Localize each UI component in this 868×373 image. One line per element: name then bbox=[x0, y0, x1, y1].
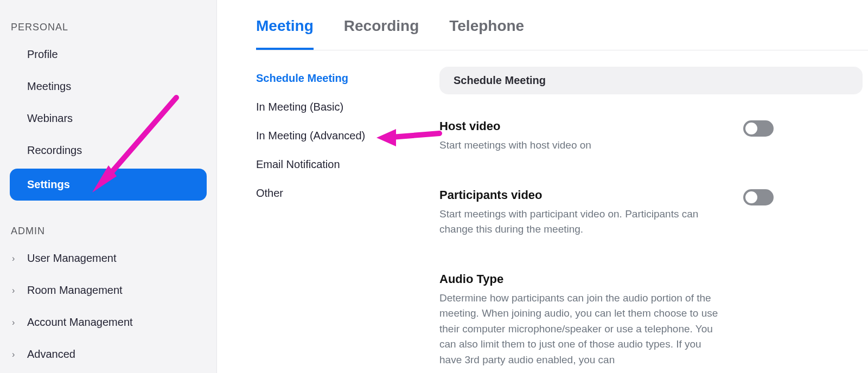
settings-subnav: Schedule Meeting In Meeting (Basic) In M… bbox=[256, 67, 413, 368]
tab-recording[interactable]: Recording bbox=[344, 8, 419, 50]
tab-label: Recording bbox=[344, 17, 419, 34]
sidebar-item-meetings[interactable]: Meetings bbox=[0, 70, 216, 102]
sidebar-item-label: User Management bbox=[27, 252, 117, 264]
sidebar-item-recordings[interactable]: Recordings bbox=[0, 134, 216, 166]
sidebar-item-user-management[interactable]: › User Management bbox=[0, 242, 216, 274]
sidebar-item-webinars[interactable]: Webinars bbox=[0, 102, 216, 134]
setting-desc: Start meetings with participant video on… bbox=[439, 207, 722, 237]
sidebar-section-personal-label: PERSONAL bbox=[0, 10, 216, 38]
chevron-right-icon: › bbox=[12, 254, 15, 263]
tab-telephone[interactable]: Telephone bbox=[449, 8, 524, 50]
sidebar-item-settings[interactable]: Settings bbox=[10, 169, 207, 201]
subnav-email-notification[interactable]: Email Notification bbox=[256, 158, 413, 171]
settings-panel: Schedule Meeting Host video Start meetin… bbox=[439, 67, 868, 368]
sidebar-item-advanced[interactable]: › Advanced bbox=[0, 338, 216, 370]
setting-title: Host video bbox=[439, 119, 722, 133]
toggle-host-video[interactable] bbox=[743, 120, 774, 137]
subnav-in-meeting-advanced[interactable]: In Meeting (Advanced) bbox=[256, 130, 413, 142]
setting-host-video: Host video Start meetings with host vide… bbox=[439, 119, 863, 153]
setting-participants-video: Participants video Start meetings with p… bbox=[439, 188, 863, 237]
sidebar-item-label: Settings bbox=[27, 178, 70, 190]
main-content: Meeting Recording Telephone Schedule Mee… bbox=[217, 0, 868, 373]
settings-section-header: Schedule Meeting bbox=[439, 67, 863, 94]
sidebar: PERSONAL Profile Meetings Webinars Recor… bbox=[0, 0, 217, 373]
sidebar-item-profile[interactable]: Profile bbox=[0, 38, 216, 70]
setting-title: Participants video bbox=[439, 188, 722, 202]
setting-title: Audio Type bbox=[439, 272, 722, 286]
chevron-right-icon: › bbox=[12, 286, 15, 295]
sidebar-item-room-management[interactable]: › Room Management bbox=[0, 274, 216, 306]
subnav-other[interactable]: Other bbox=[256, 187, 413, 200]
sidebar-section-admin-label: ADMIN bbox=[0, 203, 216, 242]
sidebar-item-label: Webinars bbox=[27, 112, 73, 124]
tab-label: Meeting bbox=[256, 17, 314, 34]
setting-audio-type: Audio Type Determine how participants ca… bbox=[439, 272, 863, 368]
tab-label: Telephone bbox=[449, 17, 524, 34]
chevron-right-icon: › bbox=[12, 318, 15, 327]
subnav-in-meeting-basic[interactable]: In Meeting (Basic) bbox=[256, 101, 413, 113]
subnav-schedule-meeting[interactable]: Schedule Meeting bbox=[256, 72, 413, 85]
setting-desc: Determine how participants can join the … bbox=[439, 291, 722, 368]
setting-desc: Start meetings with host video on bbox=[439, 138, 722, 153]
sidebar-item-label: Profile bbox=[27, 48, 58, 60]
toggle-participants-video[interactable] bbox=[743, 189, 774, 205]
chevron-right-icon: › bbox=[12, 350, 15, 359]
sidebar-item-label: Meetings bbox=[27, 80, 71, 92]
tab-meeting[interactable]: Meeting bbox=[256, 8, 314, 50]
sidebar-item-account-management[interactable]: › Account Management bbox=[0, 306, 216, 338]
sidebar-item-label: Recordings bbox=[27, 144, 82, 156]
sidebar-item-label: Advanced bbox=[27, 348, 75, 360]
settings-tabs: Meeting Recording Telephone bbox=[256, 8, 868, 50]
sidebar-item-label: Account Management bbox=[27, 316, 133, 328]
sidebar-item-label: Room Management bbox=[27, 284, 123, 296]
